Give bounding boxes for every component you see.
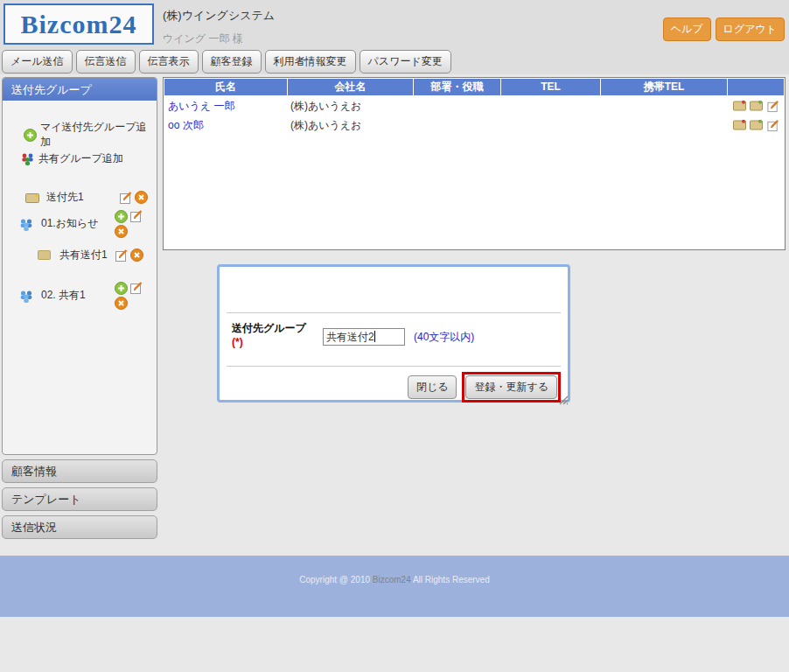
edit-contact-icon[interactable] [766, 119, 780, 132]
toolbar-message-send-button[interactable]: 伝言送信 [76, 50, 136, 74]
contact-name-link[interactable]: oo 次郎 [168, 119, 204, 131]
logout-button[interactable]: ログアウト [716, 18, 785, 41]
edit-group-icon[interactable] [129, 209, 143, 223]
logo: Bizcom24 [3, 4, 154, 45]
group-row-kyoyu1: 02. 共有1 [18, 281, 150, 310]
toolbar-customer-register-button[interactable]: 顧客登録 [202, 50, 262, 74]
sidebar-title: 送付先グループ [3, 78, 157, 102]
add-icon [24, 129, 37, 142]
column-header-name: 氏名 [164, 79, 287, 95]
group-label: 送付先1 [46, 190, 84, 205]
input-hint: (40文字以内) [414, 330, 474, 349]
card-green-icon[interactable] [750, 119, 764, 132]
logo-text: Bizcom24 [21, 10, 137, 39]
group-edit-dialog: 送付先グループ(*) 共有送付2 (40文字以内) 閉じる 登録・更新する [217, 264, 570, 402]
edit-group-icon[interactable] [129, 281, 143, 295]
text-caret [374, 331, 375, 342]
resize-handle-icon[interactable] [556, 393, 569, 405]
add-subgroup-icon[interactable] [115, 210, 128, 223]
delete-group-icon[interactable] [115, 297, 128, 310]
card-green-icon[interactable] [750, 100, 764, 113]
register-update-button[interactable]: 登録・更新する [465, 375, 557, 399]
close-button[interactable]: 閉じる [408, 375, 457, 399]
table-row: oo 次郎 (株)あいうえお [164, 116, 785, 135]
people-group-icon [18, 289, 34, 303]
sidebar-item-template[interactable]: テンプレート [2, 487, 157, 511]
delete-group-icon[interactable] [115, 225, 128, 238]
column-header-department: 部署・役職 [414, 79, 500, 95]
toolbar: メール送信 伝言送信 伝言表示 顧客登録 利用者情報変更 パスワード変更 [2, 50, 451, 74]
column-header-tel: TEL [501, 79, 600, 95]
add-shared-group-link[interactable]: 共有グループ追加 [20, 151, 123, 166]
required-mark: (*) [232, 336, 243, 348]
people-group-icon [18, 217, 34, 231]
footer: Copyright @ 2010 Bizcom24 All Rights Res… [0, 556, 789, 617]
card-red-icon[interactable] [733, 119, 747, 132]
sidebar-item-send-status[interactable]: 送信状況 [2, 515, 157, 539]
footer-brand: Bizcom24 [373, 575, 411, 584]
page: Bizcom24 (株)ウイングシステム ウイング 一郎 様 ヘルプ ログアウト… [0, 0, 789, 672]
toolbar-mail-send-button[interactable]: メール送信 [2, 50, 73, 74]
add-my-group-link[interactable]: マイ送付先グループ追加 [24, 120, 157, 150]
toolbar-message-view-button[interactable]: 伝言表示 [139, 50, 199, 74]
edit-group-icon[interactable] [119, 191, 133, 205]
group-row-oshirase: 01.お知らせ [18, 209, 150, 238]
table-row: あいうえ 一郎 (株)あいうえお [164, 96, 785, 116]
column-header-company: 会社名 [288, 79, 413, 95]
edit-group-icon[interactable] [115, 248, 129, 262]
dialog-divider [227, 366, 561, 367]
column-header-mobile: 携帯TEL [601, 79, 727, 95]
group-row-kyoyusofu1: 共有送付1 [38, 248, 150, 262]
contact-company: (株)あいうえお [287, 99, 412, 114]
card-red-icon[interactable] [733, 100, 747, 113]
copyright-text: Copyright @ 2010 [299, 575, 373, 584]
group-label: 02. 共有1 [41, 288, 86, 303]
dialog-form-row: 送付先グループ(*) 共有送付2 (40文字以内) [232, 321, 474, 349]
copyright-text: All Rights Reserved [411, 575, 490, 584]
sidebar-send-groups-panel: 送付先グループ マイ送付先グループ追加 共有グループ追加 送付先1 [2, 77, 157, 455]
edit-contact-icon[interactable] [766, 100, 780, 113]
header: Bizcom24 (株)ウイングシステム ウイング 一郎 様 ヘルプ ログアウト… [0, 0, 789, 74]
table-header-row: 氏名 会社名 部署・役職 TEL 携帯TEL [164, 78, 785, 96]
company-name: (株)ウイングシステム [163, 8, 275, 24]
group-name-label: 送付先グループ(*) [232, 321, 307, 349]
delete-group-icon[interactable] [130, 248, 143, 262]
group-row-soufusaki1: 送付先1 [25, 190, 148, 205]
dialog-button-pane: 閉じる 登録・更新する [408, 372, 561, 402]
group-label: 共有送付1 [59, 248, 108, 262]
contact-company: (株)あいうえお [287, 118, 412, 133]
user-name: ウイング 一郎 様 [163, 32, 243, 46]
group-name-input[interactable]: 共有送付2 [323, 328, 405, 346]
toolbar-password-change-button[interactable]: パスワード変更 [360, 50, 451, 74]
dialog-divider [227, 312, 561, 313]
add-my-group-label: マイ送付先グループ追加 [40, 120, 157, 150]
help-button[interactable]: ヘルプ [663, 18, 711, 41]
toolbar-user-info-change-button[interactable]: 利用者情報変更 [265, 50, 356, 74]
contact-name-link[interactable]: あいうえ 一郎 [168, 100, 234, 112]
add-shared-group-label: 共有グループ追加 [38, 151, 123, 166]
delete-group-icon[interactable] [135, 191, 148, 204]
group-label: 01.お知らせ [41, 216, 99, 231]
column-header-actions [728, 79, 784, 95]
contacts-table: 氏名 会社名 部署・役職 TEL 携帯TEL あいうえ 一郎 (株)あいうえお [163, 77, 786, 250]
folder-icon [38, 250, 51, 260]
highlight-box: 登録・更新する [462, 372, 561, 402]
add-subgroup-icon[interactable] [115, 282, 128, 295]
shared-group-icon [20, 151, 35, 166]
top-actions: ヘルプ ログアウト [663, 18, 785, 41]
sidebar-item-customer-info[interactable]: 顧客情報 [2, 459, 157, 483]
card-icon [25, 192, 39, 203]
